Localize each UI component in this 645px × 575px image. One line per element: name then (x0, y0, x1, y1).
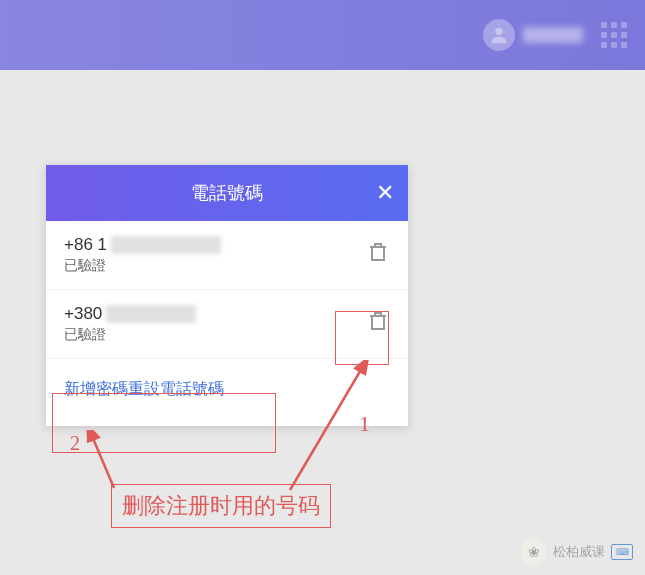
phone-blurred-1 (106, 305, 196, 323)
phone-blurred-0 (111, 236, 221, 254)
keyboard-icon: ⌨ (611, 544, 633, 560)
phone-row-1: +380 已驗證 (46, 290, 408, 359)
modal-title: 電話號碼 (191, 181, 263, 205)
apps-grid-icon[interactable] (601, 22, 627, 48)
trash-icon[interactable] (366, 308, 390, 334)
modal-header: 電話號碼 ✕ (46, 165, 408, 221)
avatar-icon (483, 19, 515, 51)
phone-prefix-1: +380 (64, 304, 102, 324)
trash-icon[interactable] (366, 239, 390, 265)
phone-number-1: +380 (64, 304, 366, 324)
phone-info-1: +380 已驗證 (64, 304, 366, 344)
phone-modal: 電話號碼 ✕ +86 1 已驗證 +380 已驗證 新增密碼重設電話號碼 (46, 165, 408, 426)
user-name-blurred (523, 27, 583, 43)
add-phone-row: 新增密碼重設電話號碼 (46, 359, 408, 426)
watermark-icon: ❀ (521, 539, 547, 565)
phone-prefix-0: +86 1 (64, 235, 107, 255)
app-header (0, 0, 645, 70)
phone-info-0: +86 1 已驗證 (64, 235, 366, 275)
phone-row-0: +86 1 已驗證 (46, 221, 408, 290)
close-icon[interactable]: ✕ (376, 182, 394, 204)
svg-point-0 (495, 28, 502, 35)
phone-status-1: 已驗證 (64, 326, 366, 344)
watermark: ❀ 松柏威课 ⌨ (521, 539, 633, 565)
phone-number-0: +86 1 (64, 235, 366, 255)
user-menu[interactable] (483, 19, 583, 51)
add-phone-link[interactable]: 新增密碼重設電話號碼 (64, 380, 224, 397)
watermark-text: 松柏威课 (553, 543, 605, 561)
phone-status-0: 已驗證 (64, 257, 366, 275)
